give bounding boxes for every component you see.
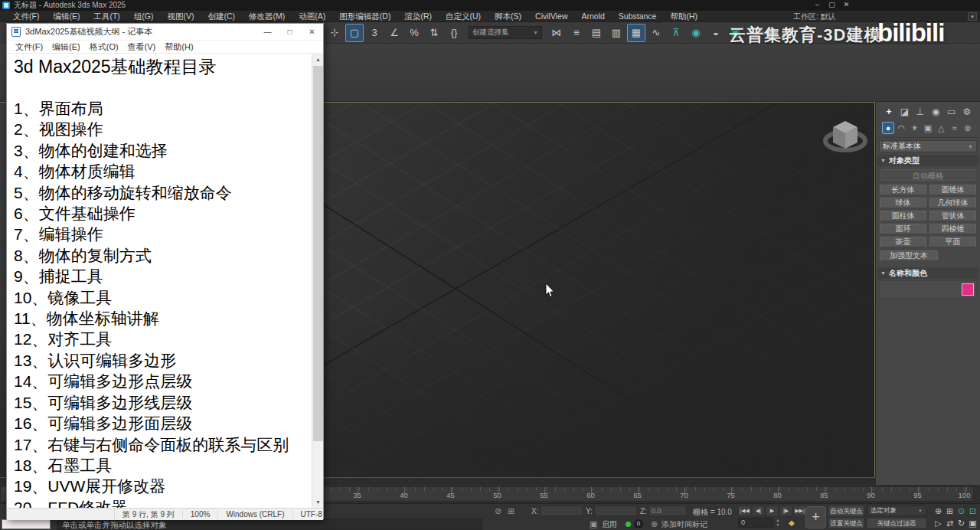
primitive-button[interactable]: 平面 bbox=[929, 237, 976, 247]
menu-item[interactable]: 修改器(M) bbox=[242, 11, 292, 21]
nav-icon[interactable]: ↻ bbox=[956, 518, 967, 529]
toolbar-icon[interactable]: ⋈ bbox=[547, 24, 566, 42]
selected-object-dropdown[interactable]: 选定对象 ▼ bbox=[867, 505, 926, 516]
close-button[interactable]: ✕ bbox=[839, 0, 854, 10]
primitive-button[interactable]: 球体 bbox=[880, 198, 926, 208]
menu-item[interactable]: 脚本(S) bbox=[488, 11, 528, 21]
toolbar-icon[interactable]: ▢ bbox=[345, 24, 364, 42]
menu-item[interactable]: 组(G) bbox=[127, 11, 161, 21]
command-panel-tab[interactable]: ⚙ bbox=[960, 106, 974, 119]
nav-icon[interactable]: ⊞ bbox=[944, 505, 956, 517]
shield-icon[interactable]: ▣ bbox=[590, 519, 597, 529]
nav-icon[interactable]: ⊡ bbox=[967, 505, 978, 517]
command-panel-tab[interactable]: ◉ bbox=[929, 106, 942, 119]
primitive-button[interactable]: 茶壶 bbox=[880, 237, 926, 247]
primitive-button[interactable]: 四棱锥 bbox=[929, 224, 976, 234]
object-type-rollout[interactable]: ▼ 对象类型 bbox=[877, 155, 978, 166]
toolbar-icon[interactable]: ⊼ bbox=[667, 24, 685, 42]
workspace-dropdown-icon[interactable]: ▾ bbox=[968, 12, 977, 21]
primitive-button[interactable]: 圆锥体 bbox=[929, 185, 976, 195]
primitive-button[interactable]: 长方体 bbox=[880, 185, 926, 195]
notepad-menu-item[interactable]: 查看(V) bbox=[123, 41, 161, 53]
set-key-button[interactable]: 设置关键点 bbox=[828, 518, 864, 528]
primitive-button[interactable]: 管状体 bbox=[929, 211, 976, 221]
category-icon[interactable]: ● bbox=[882, 122, 894, 134]
playback-button[interactable]: |◀◀ bbox=[738, 505, 751, 516]
nav-icon[interactable]: ▣ bbox=[967, 518, 978, 529]
menu-item[interactable]: 编辑(E) bbox=[46, 11, 87, 21]
viewcube[interactable] bbox=[821, 113, 870, 161]
name-color-rollout[interactable]: ▼ 名称和颜色 bbox=[877, 267, 978, 279]
menu-item[interactable]: 动画(A) bbox=[292, 11, 332, 21]
toolbar-icon[interactable]: ∿ bbox=[647, 24, 665, 42]
primitive-button-text-plus[interactable]: 加强型文本 bbox=[880, 250, 938, 261]
menu-item[interactable]: 图形编辑器(D) bbox=[332, 11, 397, 21]
category-icon[interactable]: ⊛ bbox=[962, 122, 974, 134]
scroll-up-icon[interactable]: ▲ bbox=[312, 54, 323, 65]
primitives-dropdown[interactable]: 标准基本体 ▼ bbox=[879, 140, 977, 152]
absolute-mode-icon[interactable]: ⊞ bbox=[508, 506, 514, 516]
menu-item[interactable]: 渲染(R) bbox=[397, 11, 439, 21]
named-selection-sets-dropdown[interactable]: 创建选择集 ▼ bbox=[469, 26, 542, 39]
toolbar-icon[interactable]: % bbox=[405, 24, 423, 42]
menu-item[interactable]: 文件(F) bbox=[6, 11, 46, 21]
notepad-menu-item[interactable]: 编辑(E) bbox=[47, 41, 85, 53]
menu-item[interactable]: 帮助(H) bbox=[663, 11, 704, 21]
command-panel-tab[interactable]: + bbox=[882, 106, 896, 119]
toolbar-icon[interactable]: ◒ bbox=[707, 24, 725, 42]
category-icon[interactable]: ☀ bbox=[909, 122, 921, 134]
maximize-button[interactable]: ▢ bbox=[825, 0, 839, 10]
autogrid-toggle[interactable]: 自动栅格 bbox=[880, 169, 975, 181]
current-frame-field[interactable]: 0 bbox=[738, 518, 773, 528]
nav-icon[interactable]: ⊙ bbox=[956, 505, 967, 517]
notepad-menu-item[interactable]: 帮助(H) bbox=[160, 41, 198, 53]
z-field[interactable]: 0.0 bbox=[648, 505, 687, 516]
key-mode-icon[interactable]: ◆ bbox=[789, 519, 795, 527]
toolbar-icon[interactable]: 3 bbox=[365, 24, 384, 42]
toolbar-icon[interactable]: {} bbox=[445, 24, 463, 42]
add-time-tag[interactable]: 添加时间标记 bbox=[662, 519, 707, 530]
notepad-maximize-button[interactable]: □ bbox=[279, 24, 301, 40]
menu-item[interactable]: 视图(V) bbox=[161, 11, 201, 21]
category-icon[interactable]: ≈ bbox=[949, 122, 961, 134]
notepad-minimize-button[interactable]: — bbox=[256, 24, 279, 40]
menu-item[interactable]: Substance bbox=[612, 11, 664, 21]
menu-item[interactable]: CivilView bbox=[528, 11, 574, 21]
menu-item[interactable]: Arnold bbox=[574, 11, 611, 21]
primitive-button[interactable]: 几何球体 bbox=[929, 198, 976, 208]
scroll-down-icon[interactable]: ▼ bbox=[312, 496, 323, 508]
notepad-menu-item[interactable]: 格式(O) bbox=[85, 41, 123, 53]
nav-icon[interactable]: ⊕ bbox=[933, 505, 944, 517]
category-icon[interactable]: ▣ bbox=[922, 122, 934, 134]
command-panel-tab[interactable]: ◪ bbox=[897, 106, 911, 119]
x-field[interactable] bbox=[540, 505, 583, 516]
minimize-button[interactable]: – bbox=[810, 0, 825, 10]
command-panel-tab[interactable]: ⊥ bbox=[913, 106, 927, 119]
toolbar-icon[interactable]: ▥ bbox=[607, 24, 626, 42]
auto-key-button[interactable]: 自动关键点 bbox=[828, 505, 864, 516]
toolbar-icon[interactable]: ∠ bbox=[385, 24, 403, 42]
notepad-scrollbar[interactable]: ▲ ▼ bbox=[312, 54, 323, 508]
notepad-text-area[interactable]: 3d Max2025基础教程目录 1、界面布局2、视图操作3、物体的创建和选择4… bbox=[7, 54, 323, 508]
toolbar-icon[interactable]: ▦ bbox=[627, 24, 645, 42]
maxscript-mini-listener[interactable] bbox=[2, 519, 51, 529]
time-tag-icon[interactable]: ⊗ bbox=[651, 519, 658, 529]
toolbar-icon[interactable]: ⇅ bbox=[425, 24, 443, 42]
nav-icon[interactable]: ⇄ bbox=[944, 518, 956, 529]
key-filters-button[interactable]: 关键点过滤器 bbox=[867, 518, 926, 528]
nav-icon[interactable]: ▷ bbox=[933, 518, 944, 529]
category-icon[interactable]: ◠ bbox=[895, 122, 907, 134]
toolbar-icon[interactable]: ◉ bbox=[687, 24, 705, 42]
playback-button[interactable]: |▶ bbox=[779, 505, 792, 516]
notepad-menu-item[interactable]: 文件(F) bbox=[11, 41, 47, 53]
playback-button[interactable]: ▶▶| bbox=[793, 505, 806, 516]
y-field[interactable] bbox=[594, 505, 637, 516]
toolbar-icon[interactable]: ⊹ bbox=[325, 24, 344, 42]
toolbar-icon[interactable]: ≡ bbox=[567, 24, 586, 42]
toolbar-icon[interactable]: ▤ bbox=[587, 24, 606, 42]
menu-item[interactable]: 工具(T) bbox=[87, 11, 126, 21]
category-icon[interactable]: △ bbox=[935, 122, 947, 134]
primitive-button[interactable]: 圆环 bbox=[880, 224, 926, 234]
scrollbar-thumb[interactable] bbox=[313, 66, 323, 441]
menu-item[interactable]: 自定义(U) bbox=[439, 11, 488, 21]
